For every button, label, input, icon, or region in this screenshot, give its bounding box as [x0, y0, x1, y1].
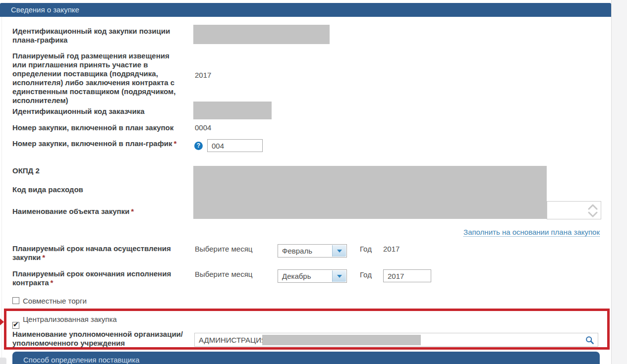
centralized-purchase-checkbox[interactable] [12, 322, 19, 329]
page-background-gutter [611, 0, 627, 364]
value-planned-year: 2017 [195, 71, 211, 80]
redacted-okpd2-block [193, 166, 547, 219]
month-prompt-start: Выберите месяц [195, 245, 252, 254]
section-header-purchase-info: Сведения о закупке [0, 3, 611, 17]
fill-from-plan-link[interactable]: Заполнить на основании плана закупок [463, 228, 600, 237]
chevron-up-icon[interactable] [587, 204, 599, 210]
end-year-input[interactable] [383, 269, 431, 282]
search-icon[interactable] [585, 336, 594, 345]
label-expense-type-code: Код вида расходов [12, 185, 83, 194]
label-end-term: Планируемый срок окончания исполнения ко… [12, 269, 176, 287]
section-header-supplier-method: Способ определения поставщика [12, 352, 600, 364]
year-label-start: Год [360, 245, 372, 254]
redacted-ikz-value [193, 25, 330, 44]
schedule-number-input[interactable] [207, 139, 263, 152]
panel-left-border [1, 17, 2, 364]
purchase-object-name-textarea[interactable] [547, 201, 601, 219]
required-mark: * [174, 139, 177, 148]
label-planned-year: Планируемый год размещения извещения или… [12, 52, 183, 105]
label-purchase-object-name: Наименование объекта закупки* [12, 207, 183, 216]
highlight-arrow-icon [0, 318, 4, 325]
dropdown-button[interactable] [332, 270, 346, 282]
end-month-value: Декабрь [282, 272, 311, 280]
start-month-select[interactable]: Февраль [278, 244, 347, 258]
triangle-down-icon [337, 275, 342, 278]
end-month-select[interactable]: Декабрь [278, 269, 347, 283]
help-icon[interactable]: ? [194, 142, 203, 150]
value-plan-number: 0004 [195, 123, 211, 132]
authorized-org-field[interactable] [194, 333, 598, 347]
label-end-term-text: Планируемый срок окончания исполнения ко… [12, 269, 171, 287]
start-month-value: Февраль [282, 247, 312, 255]
chevron-down-icon[interactable] [587, 211, 599, 218]
label-authorized-org: Наименование уполномоченной организации/… [12, 330, 183, 348]
label-ikz: Идентификационный код закупки позиции пл… [12, 27, 176, 45]
label-schedule-number-text: Номер закупки, включенной в план-график [12, 139, 172, 148]
redacted-customer-id [193, 102, 272, 119]
required-mark: * [51, 278, 54, 287]
label-start-term: Планируемый срок начала осуществления за… [12, 244, 176, 262]
dropdown-button[interactable] [332, 245, 346, 257]
joint-bidding-label: Совместные торги [23, 297, 87, 305]
label-customer-id: Идентификационный код заказчика [12, 107, 183, 116]
section-title: Способ определения поставщика [23, 356, 139, 364]
centralized-purchase-label: Централизованная закупка [23, 315, 117, 323]
label-okpd2: ОКПД 2 [12, 166, 40, 175]
label-purchase-object-name-text: Наименование объекта закупки [12, 207, 129, 215]
redacted-authorized-org [262, 335, 421, 345]
start-year-value: 2017 [383, 245, 399, 254]
month-prompt-end: Выберите месяц [195, 270, 252, 279]
triangle-down-icon [337, 250, 342, 253]
joint-bidding-checkbox[interactable] [12, 297, 19, 304]
label-schedule-number: Номер закупки, включенной в план-график* [12, 139, 183, 148]
bottom-left-corner-nub [0, 358, 6, 364]
required-mark: * [131, 207, 134, 215]
year-label-end: Год [360, 270, 372, 279]
label-plan-number: Номер закупки, включенной в план закупок [12, 123, 183, 132]
section-title: Сведения о закупке [11, 5, 79, 14]
label-start-term-text: Планируемый срок начала осуществления за… [12, 244, 171, 261]
required-mark: * [42, 253, 45, 261]
